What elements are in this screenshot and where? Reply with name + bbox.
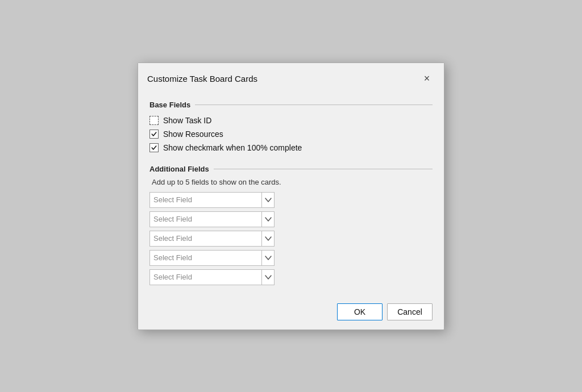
checkmark-icon-2 bbox=[151, 145, 157, 151]
select-row-3: Select Field bbox=[149, 231, 433, 247]
customize-dialog: Customize Task Board Cards × Base Fields… bbox=[138, 62, 444, 330]
ok-button[interactable]: OK bbox=[337, 303, 383, 320]
checkbox-show-resources[interactable] bbox=[149, 130, 159, 139]
dropdown-arrow-2 bbox=[261, 212, 274, 227]
select-placeholder-2: Select Field bbox=[153, 215, 192, 223]
checkbox-row-show-resources[interactable]: Show Resources bbox=[149, 127, 433, 141]
base-fields-section-label: Base Fields bbox=[149, 101, 433, 109]
select-placeholder-5: Select Field bbox=[153, 273, 192, 281]
checkbox-box-show-task-id bbox=[149, 116, 159, 125]
select-row-1: Select Field bbox=[149, 192, 433, 208]
checkbox-box-show-resources bbox=[149, 130, 159, 139]
select-field-5[interactable]: Select Field bbox=[149, 269, 275, 285]
checkbox-box-show-checkmark bbox=[149, 143, 159, 152]
select-row-2: Select Field bbox=[149, 211, 433, 227]
dialog-title: Customize Task Board Cards bbox=[147, 74, 257, 84]
dropdown-arrow-5 bbox=[261, 270, 274, 285]
chevron-down-icon-1 bbox=[265, 197, 272, 203]
select-field-3[interactable]: Select Field bbox=[149, 231, 275, 247]
chevron-down-icon-3 bbox=[265, 235, 272, 242]
dropdown-arrow-1 bbox=[261, 193, 274, 207]
select-field-4[interactable]: Select Field bbox=[149, 250, 275, 266]
checkbox-label-show-task-id: Show Task ID bbox=[163, 116, 211, 125]
close-button[interactable]: × bbox=[419, 71, 435, 87]
dialog-footer: OK Cancel bbox=[138, 298, 444, 330]
dialog-titlebar: Customize Task Board Cards × bbox=[138, 63, 444, 93]
additional-fields-section-label: Additional Fields bbox=[149, 165, 433, 173]
checkbox-row-show-checkmark[interactable]: Show checkmark when 100% complete bbox=[149, 141, 433, 155]
chevron-down-icon-4 bbox=[265, 255, 272, 261]
checkbox-label-show-checkmark: Show checkmark when 100% complete bbox=[163, 143, 302, 152]
checkbox-show-task-id[interactable] bbox=[149, 116, 159, 125]
checkbox-row-show-task-id[interactable]: Show Task ID bbox=[149, 114, 433, 127]
cancel-button[interactable]: Cancel bbox=[387, 303, 433, 320]
select-field-1[interactable]: Select Field bbox=[149, 192, 275, 208]
checkbox-show-checkmark[interactable] bbox=[149, 143, 159, 152]
select-row-5: Select Field bbox=[149, 269, 433, 285]
chevron-down-icon-2 bbox=[265, 216, 272, 223]
select-row-4: Select Field bbox=[149, 250, 433, 266]
checkbox-label-show-resources: Show Resources bbox=[163, 130, 223, 139]
select-field-2[interactable]: Select Field bbox=[149, 211, 275, 227]
chevron-down-icon-5 bbox=[265, 274, 272, 281]
add-fields-note: Add up to 5 fields to show on the cards. bbox=[149, 178, 433, 186]
dropdown-arrow-4 bbox=[261, 251, 274, 265]
dialog-body: Base Fields Show Task ID Show Resources bbox=[138, 101, 444, 298]
select-placeholder-1: Select Field bbox=[153, 195, 192, 204]
checkmark-icon bbox=[151, 131, 157, 137]
select-placeholder-4: Select Field bbox=[153, 253, 192, 262]
select-placeholder-3: Select Field bbox=[153, 234, 192, 243]
dropdown-arrow-3 bbox=[261, 231, 274, 246]
